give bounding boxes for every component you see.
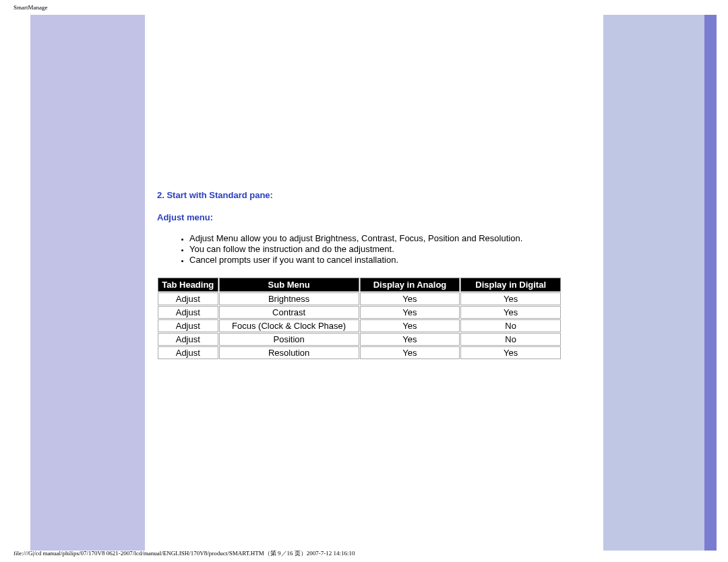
right-band-dark [704,15,717,551]
image-placeholder [157,23,594,185]
cell: Position [219,333,359,346]
col-header-digital: Display in Digital [460,278,561,292]
list-item: Cancel prompts user if you want to cance… [189,255,594,265]
cell: Resolution [219,346,359,359]
cell: No [460,333,561,346]
page-footer-path: file:///G|/cd manual/philips/07/170V8 06… [13,549,355,558]
cell: Yes [360,346,460,359]
cell: Brightness [219,292,359,305]
cell: Adjust [158,333,218,346]
col-header-sub: Sub Menu [219,278,359,292]
cell: Yes [460,306,561,319]
cell: Adjust [158,306,218,319]
right-band-light [603,15,704,551]
cell: Yes [360,333,460,346]
bullet-list: Adjust Menu allow you to adjust Brightne… [157,233,594,265]
cell: Yes [360,306,460,319]
cell: Yes [360,292,460,305]
table-row: Adjust Focus (Clock & Clock Phase) Yes N… [158,319,561,332]
section-heading: 2. Start with Standard pane: [157,190,594,200]
cell: Contrast [219,306,359,319]
table-header-row: Tab Heading Sub Menu Display in Analog D… [158,278,561,292]
table-row: Adjust Contrast Yes Yes [158,306,561,319]
table-row: Adjust Brightness Yes Yes [158,292,561,305]
cell: Focus (Clock & Clock Phase) [219,319,359,332]
col-header-analog: Display in Analog [360,278,460,292]
main-content: 2. Start with Standard pane: Adjust menu… [145,15,603,551]
page-header-title: SmartManage [13,4,47,11]
adjust-menu-table: Tab Heading Sub Menu Display in Analog D… [157,277,562,360]
cell: Yes [460,346,561,359]
left-sidebar-band [30,15,145,551]
cell: Yes [360,319,460,332]
list-item: Adjust Menu allow you to adjust Brightne… [189,233,594,243]
cell: Adjust [158,292,218,305]
cell: No [460,319,561,332]
sub-heading: Adjust menu: [157,212,594,222]
list-item: You can follow the instruction and do th… [189,244,594,254]
cell: Yes [460,292,561,305]
col-header-tab: Tab Heading [158,278,218,292]
table-row: Adjust Position Yes No [158,333,561,346]
table-row: Adjust Resolution Yes Yes [158,346,561,359]
cell: Adjust [158,346,218,359]
cell: Adjust [158,319,218,332]
